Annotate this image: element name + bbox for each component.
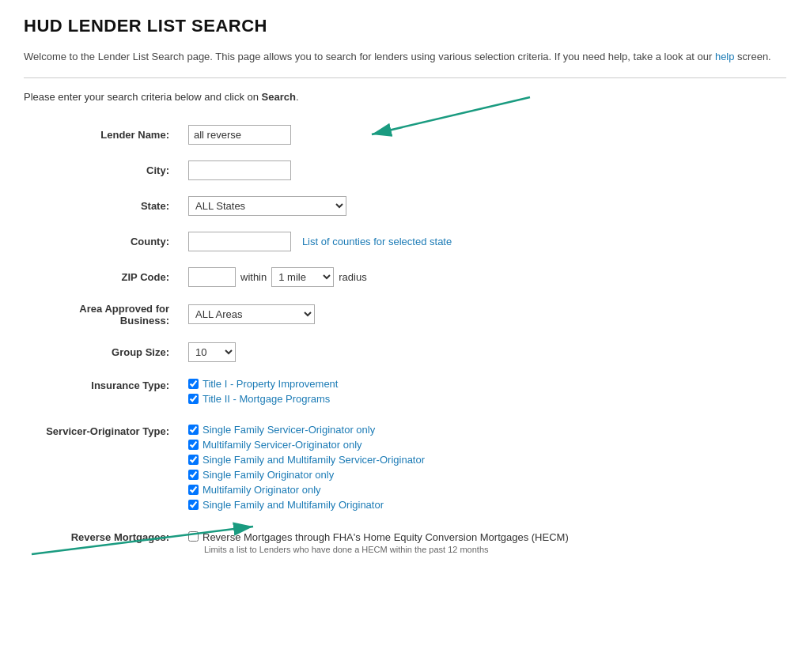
page-wrapper: HUD LENDER LIST SEARCH Welcome to the Le… [24, 16, 786, 562]
insurance-type-row: Insurance Type: Title I - Property Impro… [24, 370, 786, 416]
search-form: Lender Name: City: State: ALL States Ala [24, 117, 786, 562]
zip-within-text: within [240, 271, 267, 283]
group-size-control: 10 25 50 100 [182, 334, 786, 370]
sot-sf-mf-orig-label[interactable]: Single Family and Multifamily Originator [188, 499, 780, 511]
county-input[interactable] [188, 232, 291, 251]
sot-sf-servicer-orig-text: Single Family Servicer-Originator only [202, 424, 375, 436]
area-label: Area Approved for Business: [24, 295, 182, 334]
county-label: County: [24, 224, 182, 259]
sot-sf-mf-servicer-orig-checkbox[interactable] [188, 455, 199, 465]
reverse-mortgage-sub-text: Limits a list to Lenders who have done a… [204, 545, 780, 554]
group-size-row: Group Size: 10 25 50 100 [24, 334, 786, 370]
servicer-originator-control: Single Family Servicer-Originator only M… [182, 416, 786, 522]
servicer-originator-row: Servicer-Originator Type: Single Family … [24, 416, 786, 522]
intro-before: Welcome to the Lender List Search page. … [24, 51, 715, 62]
sot-mf-servicer-orig-checkbox[interactable] [188, 440, 199, 450]
county-control: List of counties for selected state [182, 224, 786, 259]
sot-sf-orig-label[interactable]: Single Family Originator only [188, 469, 780, 481]
area-row: Area Approved for Business: ALL Areas An… [24, 295, 786, 334]
sot-sf-orig-text: Single Family Originator only [202, 469, 334, 481]
arrow-svg-bottom [24, 515, 277, 562]
insurance-title1-label[interactable]: Title I - Property Improvement [188, 378, 780, 390]
servicer-originator-label: Servicer-Originator Type: [24, 416, 182, 522]
sot-mf-orig-label[interactable]: Multifamily Originator only [188, 484, 780, 496]
sot-mf-servicer-orig-text: Multifamily Servicer-Originator only [202, 439, 362, 451]
lender-name-label: Lender Name: [24, 117, 182, 153]
county-row: County: List of counties for selected st… [24, 224, 786, 259]
zip-code-row: ZIP Code: within 1 mile 5 miles 10 miles… [24, 259, 786, 295]
sot-mf-servicer-orig-label[interactable]: Multifamily Servicer-Originator only [188, 439, 780, 451]
zip-radius-text: radius [339, 271, 366, 283]
sot-sf-servicer-orig-checkbox[interactable] [188, 425, 199, 435]
insurance-type-label: Insurance Type: [24, 370, 182, 416]
city-label: City: [24, 153, 182, 188]
county-link[interactable]: List of counties for selected state [302, 236, 452, 247]
state-label: State: [24, 188, 182, 224]
zip-code-control: within 1 mile 5 miles 10 miles 25 miles … [182, 259, 786, 295]
zip-row-container: within 1 mile 5 miles 10 miles 25 miles … [188, 267, 780, 287]
insurance-title2-checkbox[interactable] [188, 394, 199, 404]
group-size-label: Group Size: [24, 334, 182, 370]
sot-sf-mf-orig-text: Single Family and Multifamily Originator [202, 499, 384, 511]
area-select[interactable]: ALL Areas Anywhere in U.S. Nationwide Re… [188, 304, 315, 324]
state-control: ALL States Alabama Alaska Arizona Arkans… [182, 188, 786, 224]
radius-select[interactable]: 1 mile 5 miles 10 miles 25 miles 50 mile… [271, 267, 334, 287]
area-control: ALL Areas Anywhere in U.S. Nationwide Re… [182, 295, 786, 334]
insurance-title1-text: Title I - Property Improvement [202, 378, 338, 390]
sot-mf-orig-checkbox[interactable] [188, 485, 199, 495]
sot-sf-servicer-orig-label[interactable]: Single Family Servicer-Originator only [188, 424, 780, 436]
arrow-svg-top [269, 93, 538, 141]
sot-sf-mf-servicer-orig-text: Single Family and Multifamily Servicer-O… [202, 454, 425, 466]
zip-code-label: ZIP Code: [24, 259, 182, 295]
insurance-title2-label[interactable]: Title II - Mortgage Programs [188, 393, 780, 405]
intro-after: screen. [734, 51, 770, 62]
svg-line-3 [32, 527, 253, 554]
state-row: State: ALL States Alabama Alaska Arizona… [24, 188, 786, 224]
zip-input[interactable] [188, 267, 236, 287]
sot-mf-orig-text: Multifamily Originator only [202, 484, 321, 496]
insurance-title2-text: Title II - Mortgage Programs [202, 393, 330, 405]
divider [24, 77, 786, 78]
city-row: City: [24, 153, 786, 188]
help-link[interactable]: help [715, 51, 735, 62]
page-title: HUD LENDER LIST SEARCH [24, 16, 786, 36]
intro-text: Welcome to the Lender List Search page. … [24, 49, 786, 65]
sot-sf-mf-servicer-orig-label[interactable]: Single Family and Multifamily Servicer-O… [188, 454, 780, 466]
insurance-type-control: Title I - Property Improvement Title II … [182, 370, 786, 416]
city-control [182, 153, 786, 188]
insurance-title1-checkbox[interactable] [188, 379, 199, 389]
svg-line-1 [372, 97, 530, 134]
city-input[interactable] [188, 160, 291, 180]
reverse-mortgage-label[interactable]: Reverse Mortgages through FHA's Home Equ… [188, 531, 780, 543]
group-size-select[interactable]: 10 25 50 100 [188, 342, 236, 362]
sot-sf-mf-orig-checkbox[interactable] [188, 500, 199, 510]
state-select[interactable]: ALL States Alabama Alaska Arizona Arkans… [188, 196, 346, 216]
sot-sf-orig-checkbox[interactable] [188, 470, 199, 480]
